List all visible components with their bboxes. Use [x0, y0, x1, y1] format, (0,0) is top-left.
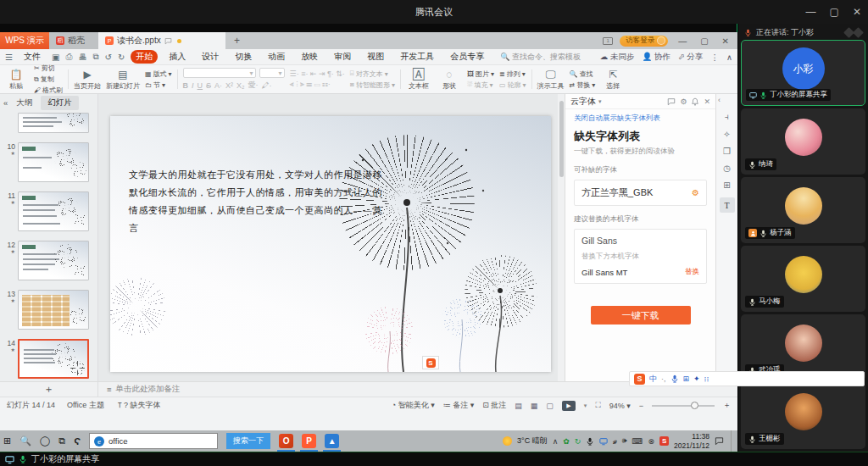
ime-keyboard-icon[interactable]: ⊞ [683, 374, 690, 383]
settings-icon[interactable]: ⚙ [680, 97, 687, 106]
font-settings-icon[interactable]: ⚙ [692, 188, 699, 197]
preview-icon[interactable]: ⧉ [92, 52, 98, 62]
sync-status[interactable]: ☁ 未同步 [600, 52, 635, 63]
tab-outline[interactable]: 大纲 [9, 96, 39, 110]
add-slide-button[interactable]: ＋ [0, 382, 98, 397]
new-slide-button[interactable]: ▤新建幻灯片 [106, 67, 140, 92]
menu-review[interactable]: 审阅 [329, 50, 356, 64]
participant-tile-screen-share[interactable]: 小彩 丁小彩的屏幕共享 [741, 40, 865, 106]
save-icon[interactable]: ▣ [52, 53, 59, 62]
thumbnail-slide-11[interactable]: 11★ [2, 191, 92, 231]
thumbnail-slide-14[interactable]: 14★ [2, 339, 92, 379]
font-card-replace[interactable]: Gill Sans 替换下方本机字体 Gill Sans MT 替换 [574, 229, 707, 284]
weather-icon[interactable] [503, 436, 512, 446]
bell-icon[interactable] [691, 97, 699, 106]
wps-app-tab[interactable]: WPS 演示 [0, 32, 49, 49]
clock[interactable]: 11:38 2021/11/12 [674, 432, 709, 449]
normal-view-icon[interactable]: ▤ [515, 402, 522, 410]
select-button[interactable]: ⇱选择 [600, 67, 626, 92]
properties-icon[interactable]: ⫞ [725, 112, 729, 122]
font-size-select[interactable]: ▾ [259, 68, 285, 78]
redo-icon[interactable]: ↻ [118, 53, 125, 62]
theme-name[interactable]: Office 主题 [67, 400, 104, 411]
ime-punct-icon[interactable]: ·, [661, 374, 666, 383]
cloud-font-tool-icon[interactable]: T [720, 197, 735, 213]
disable-auto-show-link[interactable]: 关闭自动展示缺失字体列表 [574, 114, 707, 124]
paste-button[interactable]: 📋粘贴 [3, 67, 29, 92]
font-family-select[interactable]: ▾ [183, 68, 256, 78]
command-search[interactable]: 🔍 查找命令、搜索模板 [500, 52, 581, 63]
new-tab-button[interactable]: + [225, 32, 248, 49]
eject-icon[interactable]: ⊗ [648, 437, 655, 446]
ime-skin-icon[interactable]: ✦ [693, 374, 700, 383]
present-tool-button[interactable]: 🖵演示工具 [537, 67, 565, 92]
slide-scrollbar[interactable] [558, 94, 565, 381]
thumbnail-partial[interactable] [2, 113, 92, 133]
thumbnail-list[interactable]: 10★ 11★ [0, 111, 97, 381]
sogou-float-icon[interactable]: S [422, 356, 439, 369]
sogou-ime-bar[interactable]: S 中 ·, ⊞ ✦ ⁝⁝ [629, 371, 865, 386]
reading-view-icon[interactable]: ▢ [546, 402, 554, 410]
participant-tile[interactable]: 纳琦 [741, 108, 865, 175]
wps-minimize-button[interactable]: — [675, 36, 690, 46]
ime-mic-icon[interactable] [670, 374, 679, 383]
comments-button[interactable]: ⊡ 批注 [482, 400, 506, 411]
close-panel-icon[interactable]: ✕ [704, 97, 710, 106]
hamburger-icon[interactable]: ☰ [5, 53, 13, 62]
tray-mic-icon[interactable] [586, 437, 594, 446]
shape-button[interactable]: ◌形状 [437, 67, 462, 92]
start-button[interactable]: ⊞ [3, 435, 11, 447]
notes-button[interactable]: ≔ 备注 ▾ [443, 400, 475, 411]
play-from-page-button[interactable]: ▶当页开始 [74, 67, 101, 92]
effects-icon[interactable]: ✧ [723, 130, 730, 139]
keyboard-icon[interactable]: ⌨ [632, 437, 643, 446]
menu-insert[interactable]: 插入 [164, 50, 191, 64]
collapse-strip-icon[interactable]: ‹ [718, 96, 721, 104]
export-icon[interactable]: ⎙ [65, 52, 72, 62]
help-icon[interactable]: ◷ [723, 164, 731, 173]
notice-icon[interactable]: 1 [603, 37, 613, 45]
sogou-icon[interactable]: S [634, 374, 645, 385]
collapse-panel-icon[interactable]: « [3, 98, 8, 108]
action-center-icon[interactable] [715, 436, 724, 446]
tab-document[interactable]: P 读书会.pptx [98, 32, 225, 49]
fill-button[interactable]: ⛆ 填充 ▾ [467, 80, 494, 90]
ime-toolbox-icon[interactable]: ⁝⁝ [704, 374, 709, 383]
menu-design[interactable]: 设计 [197, 50, 224, 64]
menu-view[interactable]: 视图 [362, 50, 389, 64]
show-desktop-button[interactable] [731, 430, 734, 452]
align-format-group[interactable]: ⫷ ⫶ ⫸ ☰ ▭ ☷· [290, 80, 345, 89]
cut-button[interactable]: ✂ 剪切 [34, 64, 63, 73]
wps-restore-button[interactable]: ▢ [697, 36, 711, 46]
tray-display-icon[interactable] [599, 437, 608, 446]
tab-slides[interactable]: 幻灯片 [41, 96, 79, 110]
menu-devtools[interactable]: 开发工具 [395, 50, 439, 64]
more-icon[interactable]: ⋮ [711, 53, 720, 62]
sorter-view-icon[interactable]: ▦ [531, 402, 538, 410]
text-format-group[interactable]: BIUSA·X²X₂愛·🖍· [183, 80, 285, 91]
participant-tile[interactable]: 杨子涵 [741, 177, 865, 243]
outline-button[interactable]: ▭ 轮廓 ▾ [499, 80, 526, 90]
minimize-button[interactable]: — [806, 6, 816, 18]
font-card-available[interactable]: 方正兰亭黑_GBK ⚙ [574, 180, 707, 206]
search-icon[interactable]: 🔍 [19, 435, 31, 447]
zoom-in-button[interactable]: ＋ [723, 400, 731, 411]
menu-member[interactable]: 会员专享 [445, 50, 489, 64]
maximize-button[interactable]: ▢ [830, 6, 839, 18]
tray-green-icon[interactable]: ✿ [563, 437, 570, 446]
edge-search-box[interactable]: e office [89, 433, 218, 449]
copy-button[interactable]: ⧉ 复制 [34, 75, 63, 84]
collapse-ribbon-icon[interactable]: ∧ [726, 53, 732, 62]
media-icon[interactable]: ⊞ [723, 180, 730, 190]
task-view-icon[interactable]: ⧉ [58, 435, 65, 447]
list-format-group[interactable]: ☰· ≡· ⇤ ⇥ ¶· ⇅· [290, 69, 345, 78]
participant-tile[interactable]: 王楣彬 [741, 383, 865, 449]
missing-fonts-status[interactable]: Ｔ? 缺失字体 [116, 400, 161, 411]
beautify-button[interactable]: ◔ 智能美化 ▾ [392, 400, 435, 411]
undo-icon[interactable]: ↺ [105, 53, 112, 62]
close-button[interactable]: ✕ [853, 6, 861, 18]
thumbnail-slide-13[interactable]: 13★ [2, 290, 92, 330]
fit-window-icon[interactable]: ⛶ [595, 401, 600, 410]
zoom-out-button[interactable]: − [639, 402, 643, 410]
section-button[interactable]: 🗀 节 ▾ [145, 80, 172, 90]
